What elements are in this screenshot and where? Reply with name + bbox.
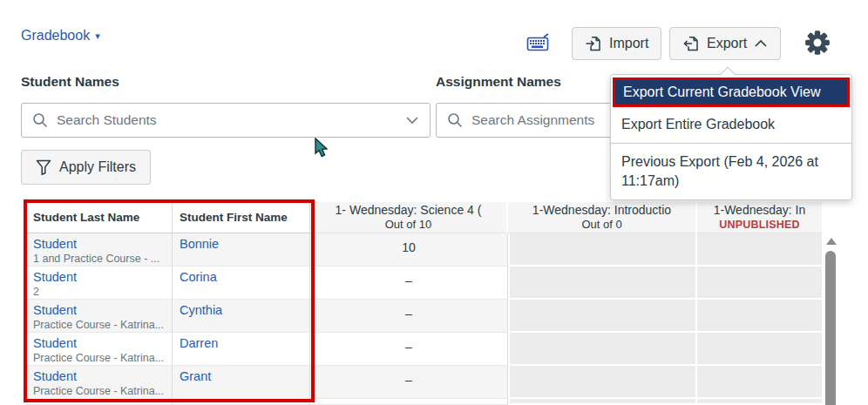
chevron-down-icon: ▾ <box>95 30 100 41</box>
grade-cell[interactable]: – <box>310 333 508 366</box>
column-header-student-last-name[interactable]: Student Last Name <box>26 202 173 233</box>
grade-cell[interactable] <box>697 300 824 333</box>
mouse-cursor <box>314 138 331 159</box>
column-header-assignment-1[interactable]: 1- Wednesday: Science 4 ( Out of 10 <box>310 202 508 233</box>
grade-cell[interactable]: – <box>310 267 508 300</box>
grade-cell[interactable] <box>508 333 697 366</box>
vertical-scrollbar[interactable] <box>824 233 837 405</box>
assignment-points: Out of 10 <box>385 218 431 232</box>
assignment-points: Out of 0 <box>581 218 621 232</box>
grade-cell[interactable]: – <box>310 366 508 399</box>
grade-cell[interactable] <box>508 233 697 267</box>
unpublished-badge: UNPUBLISHED <box>719 218 799 232</box>
assignment-title: 1-Wednesday: Introductio <box>532 203 671 217</box>
apply-filters-button[interactable]: Apply Filters <box>21 150 151 185</box>
student-course-subtext: 2 <box>33 286 172 298</box>
grade-cell[interactable]: – <box>310 300 508 333</box>
student-names-heading: Student Names <box>21 74 119 90</box>
table-header-row: Student Last Name Student First Name 1- … <box>26 202 824 233</box>
student-first-name-link[interactable]: Corina <box>180 270 217 284</box>
student-last-name-link[interactable]: Student <box>33 336 77 350</box>
gear-icon <box>804 29 831 57</box>
menu-item-previous-export[interactable]: Previous Export (Feb 4, 2026 at 11:17am) <box>611 146 851 194</box>
menu-divider <box>611 143 851 144</box>
table-row: Student 1 and Practice Course - ... Bonn… <box>26 233 824 267</box>
menu-item-export-current-view[interactable]: Export Current Gradebook View <box>613 78 850 107</box>
column-header-student-first-name[interactable]: Student First Name <box>173 202 310 233</box>
keyboard-shortcuts-icon[interactable] <box>526 33 550 52</box>
filter-funnel-icon <box>36 159 51 176</box>
grade-cell[interactable] <box>697 366 824 399</box>
chevron-down-icon[interactable] <box>405 116 419 125</box>
menu-item-export-entire-gradebook[interactable]: Export Entire Gradebook <box>611 109 851 140</box>
student-first-name-link[interactable]: Cynthia <box>180 303 222 317</box>
grade-cell[interactable] <box>508 300 697 333</box>
grade-cell[interactable] <box>697 233 824 267</box>
gradebook-table: Student Last Name Student First Name 1- … <box>26 202 824 405</box>
import-button[interactable]: Import <box>572 27 661 60</box>
student-course-subtext: 1 and Practice Course - ... <box>33 253 172 265</box>
export-button-label: Export <box>707 36 747 51</box>
table-row: Student 2 Corina – <box>26 267 824 300</box>
gradebook-view-label: Gradebook <box>21 28 90 43</box>
student-last-name-link[interactable]: Student <box>33 303 77 317</box>
table-row: Student Practice Course - Katrina... Gra… <box>26 366 824 399</box>
student-course-subtext: Practice Course - Katrina... <box>33 385 172 397</box>
student-course-subtext: Practice Course - Katrina... <box>33 352 172 364</box>
student-last-name-link[interactable]: Student <box>33 270 77 284</box>
table-row: Student Practice Course - Katrina... Dar… <box>26 333 824 366</box>
gradebook-settings-button[interactable] <box>804 29 831 57</box>
export-dropdown-menu: Export Current Gradebook View Export Ent… <box>610 74 852 200</box>
import-button-label: Import <box>609 36 648 51</box>
grade-cell[interactable] <box>508 267 697 300</box>
scroll-up-arrow[interactable] <box>826 238 837 245</box>
import-icon <box>585 35 602 52</box>
student-first-name-link[interactable]: Darren <box>180 336 218 350</box>
apply-filters-label: Apply Filters <box>59 159 136 175</box>
student-last-name-link[interactable]: Student <box>33 369 77 383</box>
grade-cell[interactable] <box>697 333 824 366</box>
scrollbar-thumb[interactable] <box>825 251 836 405</box>
student-course-subtext: Practice Course - Katrina... <box>33 319 172 331</box>
column-header-assignment-2[interactable]: 1-Wednesday: Introductio Out of 0 <box>508 202 697 233</box>
search-icon <box>32 112 48 128</box>
grade-cell[interactable] <box>697 267 824 300</box>
student-search-input[interactable] <box>57 112 397 128</box>
assignment-title: 1-Wednesday: In <box>714 203 806 217</box>
table-row: Student Practice Course - Katrina... Cyn… <box>26 300 824 333</box>
assignment-names-heading: Assignment Names <box>436 74 561 90</box>
student-first-name-link[interactable]: Bonnie <box>180 237 219 251</box>
column-header-assignment-3[interactable]: 1-Wednesday: In UNPUBLISHED <box>697 202 824 233</box>
assignment-title: 1- Wednesday: Science 4 ( <box>336 203 482 217</box>
student-first-name-link[interactable]: Grant <box>180 369 211 383</box>
chevron-up-icon <box>754 39 768 48</box>
grade-cell[interactable] <box>508 366 697 399</box>
export-button[interactable]: Export <box>669 27 781 60</box>
student-last-name-link[interactable]: Student <box>33 237 77 251</box>
grade-cell[interactable]: 10 <box>310 233 508 267</box>
gradebook-view-dropdown[interactable]: Gradebook▾ <box>21 28 100 44</box>
export-icon <box>682 35 700 52</box>
student-search-box[interactable] <box>21 103 431 138</box>
table-row-partial <box>26 399 824 405</box>
search-icon <box>447 112 463 128</box>
